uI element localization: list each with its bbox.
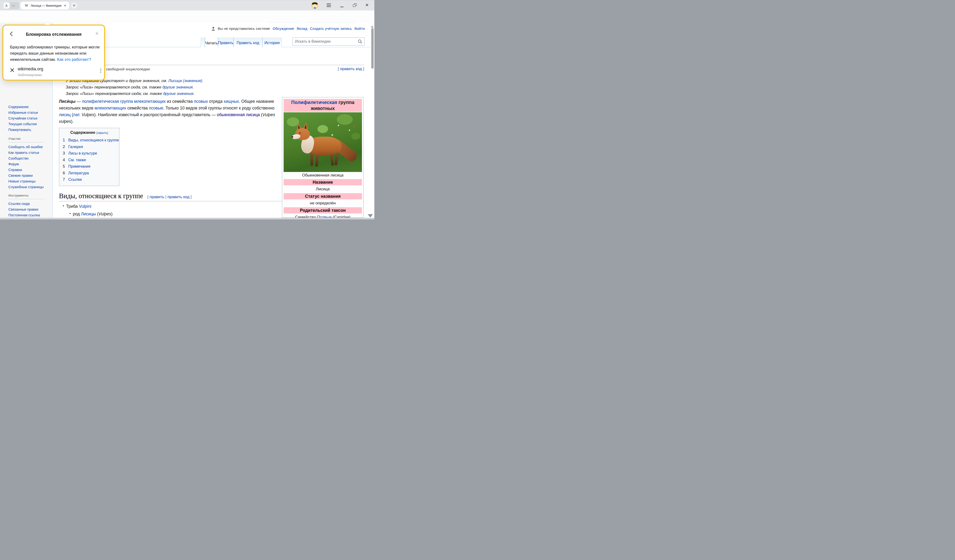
talk-link[interactable]: Обсуждение (272, 27, 294, 31)
sidebar-item-permanent-link[interactable]: Постоянная ссылка (8, 212, 50, 218)
tab-title: Лисица — Википедия (31, 4, 63, 8)
toc-item[interactable]: 5Примечания (63, 163, 119, 170)
sidebar-divider (8, 199, 45, 199)
table-of-contents: Содержание [скрыть] 1Виды, относящиеся к… (59, 128, 119, 186)
scrollbar-thumb[interactable] (371, 28, 374, 69)
polyphyletic-link[interactable]: полифилетическая группа (82, 99, 133, 104)
sidebar-item-help[interactable]: Справка (8, 167, 50, 173)
sidebar-item-new-pages[interactable]: Новые страницы (8, 178, 50, 184)
tab-read[interactable]: Читать (205, 37, 218, 47)
popup-close-icon[interactable]: ✕ (95, 31, 99, 36)
user-icon (211, 27, 215, 31)
tab-group-chevron-icon[interactable] (9, 5, 17, 6)
tab-edit-code[interactable]: Править код (233, 37, 262, 47)
sidebar-item-how-to-edit[interactable]: Как править статьи (8, 150, 50, 156)
infobox-header-parent-taxon: Родительский таксон (283, 207, 362, 214)
sidebar-item-special-pages[interactable]: Служебные страницы (8, 184, 50, 190)
tab-edit[interactable]: Править (218, 37, 233, 47)
edit-code-link[interactable]: править код (340, 67, 362, 71)
sidebar-heading-tools: Инструменты (8, 193, 28, 197)
sidebar-divider (8, 142, 45, 142)
list-item-genus: род Лисицы (Vulpes) (73, 212, 113, 217)
sidebar-item-what-links-here[interactable]: Ссылки сюда (8, 201, 50, 206)
minimize-button[interactable] (340, 3, 344, 8)
carnivora-link[interactable]: хищных (224, 99, 239, 104)
section-edit-code-link[interactable]: править код (168, 195, 189, 199)
toc-item[interactable]: 3Лисы в культуре (63, 150, 119, 157)
new-tab-button[interactable]: + (71, 2, 77, 9)
lead-edit-code: [ править код ] (338, 67, 364, 71)
restore-button[interactable] (353, 3, 357, 7)
browser-toolbar: ← Я ↻ https://ru.wikipedia.org/wiki/Лиси… (0, 11, 374, 23)
mammals-link[interactable]: млекопитающих (94, 106, 126, 111)
toc-item[interactable]: 6Литература (63, 170, 119, 176)
disambig-link[interactable]: Лисица (значения) (168, 78, 202, 83)
sidebar-item-random[interactable]: Случайная статья (8, 115, 50, 121)
image-caption: Обыкновенная лисица (283, 172, 362, 178)
tab-group-button[interactable]: 1 (3, 2, 19, 9)
vulpini-link[interactable]: Vulpini (79, 204, 91, 209)
infobox-value-name: Лисица (283, 186, 362, 192)
infobox-value-status: не определён (283, 200, 362, 206)
sidebar-item-recent-changes[interactable]: Свежие правки (8, 173, 50, 178)
blocked-site-domain: wikimedia.org (18, 67, 43, 72)
infobox-title: Полифилетическая группа животных (283, 99, 362, 112)
other-meanings-link[interactable]: другие значения (162, 85, 193, 89)
sidebar-item-current-events[interactable]: Текущие события (8, 121, 50, 127)
sidebar-participation-group: Сообщить об ошибке Как править статьи Со… (8, 144, 50, 190)
red-fox-link[interactable]: обыкновенная лисица (217, 112, 260, 117)
contributions-link[interactable]: Вклад (297, 27, 307, 31)
fox-photo[interactable] (283, 112, 362, 172)
sidebar-item-related-changes[interactable]: Связанные правки (8, 206, 50, 212)
vulpes-genus-link[interactable]: Лисицы (81, 212, 96, 216)
how-it-works-link[interactable]: Как это работает? (57, 57, 91, 62)
wiki-search-box[interactable]: Искать в Википедии (293, 37, 365, 45)
infobox-header-name: Название (283, 179, 362, 185)
sidebar-item-contents[interactable]: Содержание (8, 104, 50, 110)
sidebar-item-donate[interactable]: Пожертвовать (8, 127, 50, 133)
tab-history[interactable]: История (262, 37, 282, 47)
search-icon[interactable] (358, 39, 362, 44)
browser-window: 1 W Лисица — Википедия ✕ + ✕ ← Я ↻ https… (0, 0, 374, 220)
window-close-button[interactable]: ✕ (365, 3, 369, 8)
popup-pointer (44, 22, 51, 25)
popup-title: Блокировка отслеживания (3, 32, 104, 37)
polyphyletic-group-link[interactable]: Полифилетическая (291, 100, 337, 105)
scrollbar-up-arrow[interactable] (371, 24, 374, 28)
list-item-tribe: Триба Vulpini (66, 204, 91, 209)
browser-tab[interactable]: W Лисица — Википедия ✕ (20, 2, 69, 9)
latin-link[interactable]: лат. (73, 112, 80, 117)
mammals-link[interactable]: млекопитающих (134, 99, 166, 104)
toc-item[interactable]: 2Галерея (63, 144, 119, 150)
search-placeholder: Искать в Википедии (295, 39, 358, 44)
sidebar-item-community[interactable]: Сообщество (8, 156, 50, 161)
blocked-x-icon[interactable] (10, 68, 14, 72)
tab-close-icon[interactable]: ✕ (63, 4, 67, 8)
tab-bar: 1 W Лисица — Википедия ✕ + ✕ (0, 0, 374, 11)
other-meanings-link[interactable]: другие значения (163, 91, 193, 96)
tab-group-count[interactable]: 1 (3, 2, 9, 9)
sidebar-item-report-error[interactable]: Сообщить об ошибке (8, 144, 50, 150)
toc-item[interactable]: 4См. также (63, 157, 119, 163)
sidebar-item-featured[interactable]: Избранные статьи (8, 110, 50, 115)
taxobox: Полифилетическая группа животных Обыкнов… (282, 97, 363, 218)
vulpes-link[interactable]: лисиц (59, 112, 70, 117)
sidebar-item-forum[interactable]: Форум (8, 161, 50, 167)
site-options-kebab-icon[interactable] (100, 69, 101, 73)
bottom-scrollbar-track[interactable] (0, 218, 374, 220)
toc-item[interactable]: 7Ссылки (63, 176, 119, 183)
not-logged-in-label: Вы не представились системе (218, 27, 270, 31)
canidae-family-link[interactable]: Псовые (317, 215, 332, 218)
canidae-link[interactable]: псовых (194, 99, 208, 104)
wikipedia-favicon: W (25, 3, 28, 8)
profile-avatar[interactable] (312, 2, 318, 9)
toc-hide-link[interactable]: скрыть (97, 131, 107, 134)
canidae-link[interactable]: псовые (149, 106, 163, 111)
create-account-link[interactable]: Создать учётную запись (310, 27, 352, 31)
menu-icon[interactable] (327, 3, 331, 7)
section-edit-link[interactable]: править (149, 195, 164, 199)
toc-item[interactable]: 1Виды, относящиеся к группе (63, 137, 119, 144)
login-link[interactable]: Войти (355, 27, 365, 31)
infobox-header-status: Статус названия (283, 193, 362, 200)
popup-body: Браузер заблокировал трекеры, которые мо… (10, 44, 102, 63)
